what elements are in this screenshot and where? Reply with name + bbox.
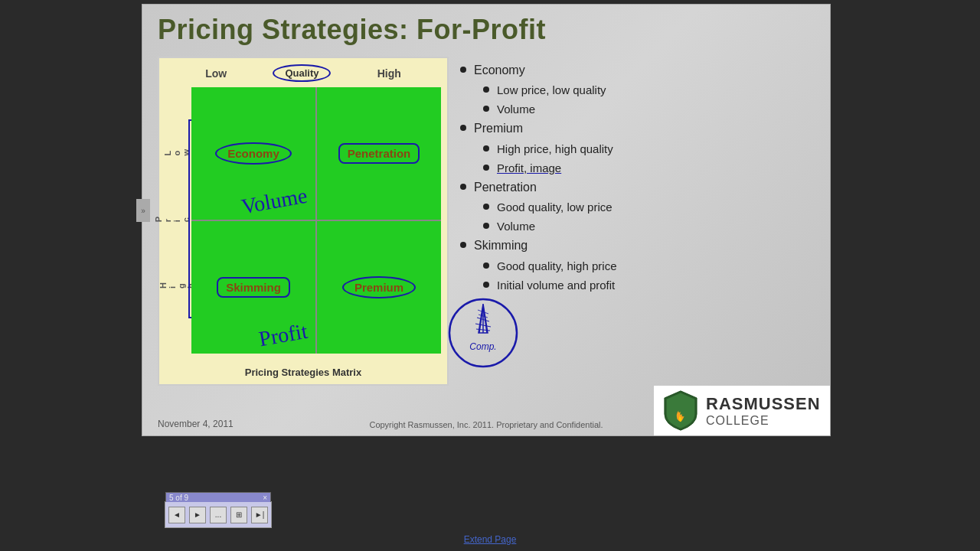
penetration-label: Penetration bbox=[338, 143, 420, 164]
bullet-dot bbox=[483, 145, 489, 152]
matrix-cell-economy: Economy Volume bbox=[191, 87, 315, 220]
bullets-section: Economy Low price, low quality Volume Pr… bbox=[460, 62, 818, 397]
bullet-premium-text: Premium bbox=[474, 120, 523, 137]
matrix-section: Low Quality High Low Price High Economy … bbox=[158, 57, 449, 386]
bullet-dot bbox=[460, 125, 466, 131]
bullet-premium-sub2-text: Profit, image bbox=[497, 160, 561, 176]
slide-container: Pricing Strategies: For-Profit Low Quali… bbox=[142, 4, 831, 436]
bullet-skimming-sub2-text: Initial volume and profit bbox=[497, 277, 615, 293]
volume-handwrite: Volume bbox=[240, 184, 309, 220]
bullet-dot bbox=[460, 67, 466, 73]
nav-title-bar: 5 of 9 × bbox=[165, 492, 271, 502]
svg-text:Comp.: Comp. bbox=[469, 341, 496, 352]
bullet-economy-main: Economy bbox=[460, 62, 818, 79]
extend-page-link[interactable]: Extend Page bbox=[464, 534, 517, 545]
logo-subtitle: COLLEGE bbox=[706, 414, 821, 428]
profit-handwrite: Profit bbox=[257, 319, 309, 352]
low-price-label: Low bbox=[163, 149, 191, 156]
bullet-premium-main: Premium bbox=[460, 120, 818, 137]
bullet-dot bbox=[483, 86, 489, 93]
economy-label: Economy bbox=[215, 142, 292, 165]
bullet-skimming-text: Skimming bbox=[474, 237, 528, 254]
rasmussen-logo-icon bbox=[662, 390, 700, 432]
bullet-dot bbox=[483, 165, 489, 171]
bullet-economy-sub2: Volume bbox=[483, 101, 818, 117]
arrow-icon: » bbox=[141, 207, 145, 215]
nav-next-button[interactable]: ► bbox=[189, 507, 206, 523]
bullet-economy-sub1: Low price, low quality bbox=[483, 82, 818, 98]
quality-labels-row: Low Quality High bbox=[159, 64, 447, 82]
bullet-penetration-sub1-text: Good quality, low price bbox=[497, 199, 612, 215]
skimming-label: Skimming bbox=[217, 277, 290, 298]
bullet-penetration-main: Penetration bbox=[460, 179, 818, 196]
nav-prev-button[interactable]: ◄ bbox=[168, 507, 185, 523]
bullet-premium-sub2: Profit, image bbox=[483, 160, 818, 176]
bullet-penetration-sub2-text: Volume bbox=[497, 218, 535, 234]
bullet-dot bbox=[460, 242, 466, 248]
matrix-grid: Economy Volume Penetration Skimming Prof… bbox=[191, 87, 441, 354]
bullet-penetration-sub2: Volume bbox=[483, 218, 818, 234]
slide-inner: Pricing Strategies: For-Profit Low Quali… bbox=[142, 5, 830, 435]
bullet-economy-sub1-text: Low price, low quality bbox=[497, 82, 606, 98]
matrix-caption: Pricing Strategies Matrix bbox=[159, 367, 447, 378]
footer-copyright: Copyright Rasmussen, Inc. 2011. Propriet… bbox=[369, 420, 603, 429]
bullet-economy-sub2-text: Volume bbox=[497, 101, 535, 117]
nav-slide-count: 5 of 9 bbox=[169, 494, 188, 502]
bullet-premium-sub1: High price, high quality bbox=[483, 141, 818, 157]
nav-monitor-button[interactable]: ⊞ bbox=[230, 507, 247, 523]
footer-date: November 4, 2011 bbox=[158, 419, 234, 429]
bullet-dot bbox=[483, 106, 489, 112]
price-side-labels: Low Price High bbox=[165, 119, 188, 318]
quality-circle-label: Quality bbox=[273, 64, 331, 82]
nav-dots-button[interactable]: ... bbox=[210, 507, 227, 523]
low-quality-label: Low bbox=[205, 67, 227, 80]
slide-title: Pricing Strategies: For-Profit bbox=[158, 14, 815, 46]
nav-bar: 5 of 9 × ◄ ► ... ⊞ ►| bbox=[165, 501, 272, 528]
logo-area: RASMUSSEN COLLEGE bbox=[654, 386, 830, 435]
bullet-dot bbox=[483, 204, 489, 210]
high-quality-label: High bbox=[377, 67, 401, 80]
bullet-premium-sub1-text: High price, high quality bbox=[497, 141, 613, 157]
matrix-cell-skimming: Skimming Profit bbox=[191, 221, 315, 354]
nav-expand-button[interactable]: ►| bbox=[251, 507, 268, 523]
logo-name: RASMUSSEN bbox=[706, 394, 821, 414]
logo-text: RASMUSSEN COLLEGE bbox=[706, 394, 821, 428]
bullet-skimming-sub2: Initial volume and profit bbox=[483, 277, 818, 293]
bullet-skimming-main: Skimming bbox=[460, 237, 818, 254]
bullet-skimming-sub1-text: Good quality, high price bbox=[497, 258, 616, 274]
bullet-penetration-sub1: Good quality, low price bbox=[483, 199, 818, 215]
slide-expand-arrow[interactable]: » bbox=[136, 199, 150, 222]
compass-drawing: Comp. bbox=[445, 295, 521, 374]
premium-label: Premium bbox=[342, 276, 416, 298]
bullet-dot bbox=[460, 184, 466, 190]
nav-close-icon[interactable]: × bbox=[263, 494, 267, 502]
matrix-cell-penetration: Penetration bbox=[317, 87, 441, 220]
bullet-dot bbox=[483, 262, 489, 269]
bullet-penetration-text: Penetration bbox=[474, 179, 537, 196]
matrix-cell-premium: Premium bbox=[317, 221, 441, 354]
bullet-dot bbox=[483, 282, 489, 288]
bullet-dot bbox=[483, 223, 489, 229]
bullet-economy-text: Economy bbox=[474, 62, 525, 79]
bullet-skimming-sub1: Good quality, high price bbox=[483, 258, 818, 274]
